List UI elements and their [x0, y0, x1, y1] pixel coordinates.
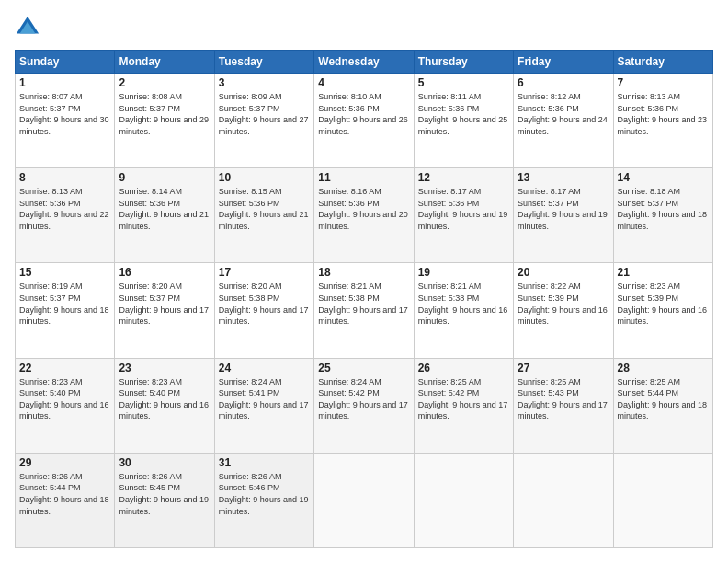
- header: [15, 15, 713, 40]
- calendar-cell: 14 Sunrise: 8:18 AM Sunset: 5:37 PM Dayl…: [613, 168, 712, 263]
- day-number: 24: [219, 362, 310, 374]
- calendar-cell: 8 Sunrise: 8:13 AM Sunset: 5:36 PM Dayli…: [16, 168, 115, 263]
- day-number: 2: [119, 76, 210, 89]
- day-number: 27: [518, 362, 609, 374]
- calendar-cell: 31 Sunrise: 8:26 AM Sunset: 5:46 PM Dayl…: [214, 453, 313, 547]
- day-number: 3: [219, 76, 310, 89]
- col-header-thursday: Thursday: [414, 51, 513, 74]
- calendar-cell: 16 Sunrise: 8:20 AM Sunset: 5:37 PM Dayl…: [115, 263, 214, 358]
- calendar-cell: 15 Sunrise: 8:19 AM Sunset: 5:37 PM Dayl…: [16, 263, 115, 358]
- calendar-week-5: 29 Sunrise: 8:26 AM Sunset: 5:44 PM Dayl…: [16, 453, 713, 547]
- day-number: 22: [19, 362, 110, 374]
- day-info: Sunrise: 8:12 AM Sunset: 5:36 PM Dayligh…: [518, 91, 609, 137]
- col-header-tuesday: Tuesday: [214, 51, 313, 74]
- calendar-cell: [613, 453, 712, 547]
- day-number: 28: [618, 362, 709, 374]
- day-info: Sunrise: 8:14 AM Sunset: 5:36 PM Dayligh…: [119, 186, 210, 232]
- page: SundayMondayTuesdayWednesdayThursdayFrid…: [0, 0, 728, 563]
- calendar-cell: 6 Sunrise: 8:12 AM Sunset: 5:36 PM Dayli…: [514, 74, 613, 168]
- day-number: 6: [518, 76, 609, 89]
- day-number: 29: [19, 456, 110, 469]
- day-number: 15: [19, 266, 110, 279]
- calendar-cell: 18 Sunrise: 8:21 AM Sunset: 5:38 PM Dayl…: [314, 263, 414, 358]
- calendar-cell: 22 Sunrise: 8:23 AM Sunset: 5:40 PM Dayl…: [16, 358, 115, 453]
- col-header-sunday: Sunday: [16, 51, 115, 74]
- day-number: 7: [618, 76, 709, 89]
- day-info: Sunrise: 8:20 AM Sunset: 5:38 PM Dayligh…: [219, 281, 310, 327]
- day-number: 12: [418, 171, 509, 184]
- day-number: 16: [119, 266, 210, 279]
- calendar-header-row: SundayMondayTuesdayWednesdayThursdayFrid…: [16, 51, 713, 74]
- calendar-table: SundayMondayTuesdayWednesdayThursdayFrid…: [15, 50, 713, 548]
- calendar-cell: 23 Sunrise: 8:23 AM Sunset: 5:40 PM Dayl…: [115, 358, 214, 453]
- day-info: Sunrise: 8:26 AM Sunset: 5:46 PM Dayligh…: [219, 471, 310, 517]
- calendar-cell: 3 Sunrise: 8:09 AM Sunset: 5:37 PM Dayli…: [214, 74, 313, 168]
- day-number: 1: [19, 76, 110, 89]
- day-info: Sunrise: 8:26 AM Sunset: 5:45 PM Dayligh…: [119, 471, 210, 517]
- calendar-cell: 28 Sunrise: 8:25 AM Sunset: 5:44 PM Dayl…: [613, 358, 712, 453]
- calendar-cell: 21 Sunrise: 8:23 AM Sunset: 5:39 PM Dayl…: [613, 263, 712, 358]
- calendar-cell: [414, 453, 513, 547]
- day-number: 20: [518, 266, 609, 279]
- calendar-cell: 12 Sunrise: 8:17 AM Sunset: 5:36 PM Dayl…: [414, 168, 513, 263]
- day-info: Sunrise: 8:18 AM Sunset: 5:37 PM Dayligh…: [618, 186, 709, 232]
- day-info: Sunrise: 8:08 AM Sunset: 5:37 PM Dayligh…: [119, 91, 210, 137]
- calendar-week-2: 8 Sunrise: 8:13 AM Sunset: 5:36 PM Dayli…: [16, 168, 713, 263]
- calendar-cell: 4 Sunrise: 8:10 AM Sunset: 5:36 PM Dayli…: [314, 74, 414, 168]
- calendar-cell: 24 Sunrise: 8:24 AM Sunset: 5:41 PM Dayl…: [214, 358, 313, 453]
- day-info: Sunrise: 8:20 AM Sunset: 5:37 PM Dayligh…: [119, 281, 210, 327]
- day-info: Sunrise: 8:09 AM Sunset: 5:37 PM Dayligh…: [219, 91, 310, 137]
- day-number: 26: [418, 362, 509, 374]
- day-number: 17: [219, 266, 310, 279]
- calendar-cell: 29 Sunrise: 8:26 AM Sunset: 5:44 PM Dayl…: [16, 453, 115, 547]
- day-number: 8: [19, 171, 110, 184]
- logo: [15, 15, 44, 40]
- day-info: Sunrise: 8:25 AM Sunset: 5:44 PM Dayligh…: [618, 376, 709, 422]
- calendar-cell: 19 Sunrise: 8:21 AM Sunset: 5:38 PM Dayl…: [414, 263, 513, 358]
- calendar-cell: 9 Sunrise: 8:14 AM Sunset: 5:36 PM Dayli…: [115, 168, 214, 263]
- day-info: Sunrise: 8:21 AM Sunset: 5:38 PM Dayligh…: [318, 281, 409, 327]
- calendar-cell: [514, 453, 613, 547]
- day-info: Sunrise: 8:15 AM Sunset: 5:36 PM Dayligh…: [219, 186, 310, 232]
- col-header-friday: Friday: [514, 51, 613, 74]
- day-info: Sunrise: 8:25 AM Sunset: 5:42 PM Dayligh…: [418, 376, 509, 422]
- day-info: Sunrise: 8:22 AM Sunset: 5:39 PM Dayligh…: [518, 281, 609, 327]
- day-info: Sunrise: 8:11 AM Sunset: 5:36 PM Dayligh…: [418, 91, 509, 137]
- day-number: 19: [418, 266, 509, 279]
- col-header-monday: Monday: [115, 51, 214, 74]
- calendar-cell: 25 Sunrise: 8:24 AM Sunset: 5:42 PM Dayl…: [314, 358, 414, 453]
- calendar-cell: 26 Sunrise: 8:25 AM Sunset: 5:42 PM Dayl…: [414, 358, 513, 453]
- day-info: Sunrise: 8:24 AM Sunset: 5:41 PM Dayligh…: [219, 376, 310, 422]
- calendar-cell: 27 Sunrise: 8:25 AM Sunset: 5:43 PM Dayl…: [514, 358, 613, 453]
- day-info: Sunrise: 8:17 AM Sunset: 5:36 PM Dayligh…: [418, 186, 509, 232]
- day-number: 9: [119, 171, 210, 184]
- day-number: 18: [318, 266, 409, 279]
- calendar-cell: 7 Sunrise: 8:13 AM Sunset: 5:36 PM Dayli…: [613, 74, 712, 168]
- day-number: 5: [418, 76, 509, 89]
- day-number: 21: [618, 266, 709, 279]
- calendar-cell: 5 Sunrise: 8:11 AM Sunset: 5:36 PM Dayli…: [414, 74, 513, 168]
- day-info: Sunrise: 8:21 AM Sunset: 5:38 PM Dayligh…: [418, 281, 509, 327]
- calendar-week-4: 22 Sunrise: 8:23 AM Sunset: 5:40 PM Dayl…: [16, 358, 713, 453]
- day-info: Sunrise: 8:23 AM Sunset: 5:40 PM Dayligh…: [19, 376, 110, 422]
- calendar-cell: 2 Sunrise: 8:08 AM Sunset: 5:37 PM Dayli…: [115, 74, 214, 168]
- day-number: 30: [119, 456, 210, 469]
- calendar-week-1: 1 Sunrise: 8:07 AM Sunset: 5:37 PM Dayli…: [16, 74, 713, 168]
- col-header-saturday: Saturday: [613, 51, 712, 74]
- day-info: Sunrise: 8:13 AM Sunset: 5:36 PM Dayligh…: [618, 91, 709, 137]
- calendar-week-3: 15 Sunrise: 8:19 AM Sunset: 5:37 PM Dayl…: [16, 263, 713, 358]
- calendar-cell: 13 Sunrise: 8:17 AM Sunset: 5:37 PM Dayl…: [514, 168, 613, 263]
- day-info: Sunrise: 8:10 AM Sunset: 5:36 PM Dayligh…: [318, 91, 409, 137]
- day-number: 25: [318, 362, 409, 374]
- day-number: 23: [119, 362, 210, 374]
- calendar-cell: 20 Sunrise: 8:22 AM Sunset: 5:39 PM Dayl…: [514, 263, 613, 358]
- day-number: 4: [318, 76, 409, 89]
- day-number: 14: [618, 171, 709, 184]
- calendar-cell: [314, 453, 414, 547]
- col-header-wednesday: Wednesday: [314, 51, 414, 74]
- day-info: Sunrise: 8:25 AM Sunset: 5:43 PM Dayligh…: [518, 376, 609, 422]
- day-info: Sunrise: 8:17 AM Sunset: 5:37 PM Dayligh…: [518, 186, 609, 232]
- day-info: Sunrise: 8:13 AM Sunset: 5:36 PM Dayligh…: [19, 186, 110, 232]
- calendar-cell: 17 Sunrise: 8:20 AM Sunset: 5:38 PM Dayl…: [214, 263, 313, 358]
- calendar-cell: 30 Sunrise: 8:26 AM Sunset: 5:45 PM Dayl…: [115, 453, 214, 547]
